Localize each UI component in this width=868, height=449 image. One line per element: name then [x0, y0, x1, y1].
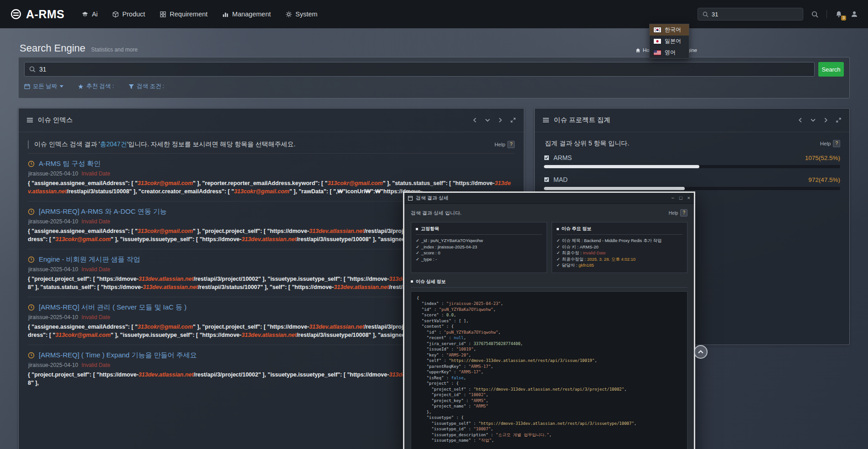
search-icon[interactable]	[811, 11, 818, 18]
brand-name: A-RMS	[26, 8, 64, 21]
chevron-down-icon[interactable]	[811, 118, 816, 123]
nav-item-product[interactable]: Product	[112, 10, 145, 18]
invalid-date-label: Invalid Date	[81, 314, 110, 320]
field-row: ✓최종수정일 : 2025. 3. 28. 오후 4:02:10	[557, 256, 683, 263]
chevron-right-icon[interactable]	[498, 118, 503, 123]
project-stats-controls	[798, 118, 841, 123]
nav-item-system[interactable]: System	[285, 10, 317, 18]
language-item-korean[interactable]: 한국어	[650, 24, 689, 36]
panel-title-text: 이슈 인덱스	[38, 116, 73, 124]
nav-item-management[interactable]: Management	[222, 10, 271, 18]
language-item-japanese[interactable]: 일본어	[650, 36, 689, 47]
invalid-date-label: Invalid Date	[81, 170, 110, 177]
suggested-search-label: 추천 검색 :	[86, 83, 114, 90]
project-link[interactable]: MAD	[544, 176, 568, 183]
field-value: 0	[438, 250, 440, 255]
suggested-search-filter[interactable]: 추천 검색 :	[78, 83, 114, 90]
help-question-icon: ?	[680, 209, 687, 217]
maximize-icon[interactable]: □	[679, 196, 682, 201]
navbar: A-RMS Ai Product Requirement Management …	[0, 0, 868, 28]
progress-fill	[544, 165, 699, 168]
search-detail-modal: 검색 결과 상세 − □ × 검색 결과 상세 입니다. Help ? 고정항	[403, 191, 695, 449]
search-input[interactable]	[39, 66, 810, 73]
brand[interactable]: A-RMS	[10, 8, 64, 21]
chevron-left-icon[interactable]	[798, 118, 803, 123]
scroll-to-top-button[interactable]	[694, 345, 708, 359]
result-count[interactable]: 총2047건	[100, 140, 127, 148]
nav-item-label: Requirement	[170, 10, 207, 18]
field-label: 최종수정 :	[562, 250, 583, 255]
nav-item-requirement[interactable]: Requirement	[160, 10, 207, 18]
issue-date: jiraissue-2025-04-10	[28, 218, 78, 225]
window-icon	[408, 196, 413, 201]
fixed-fields-box: 고정항목 ✓_id : puN_YZYBaKa7OYiqwohw ✓_index…	[411, 222, 547, 273]
help-label: Help	[820, 141, 831, 146]
close-icon[interactable]: ×	[687, 196, 690, 201]
issue-date: jiraissue-2025-04-10	[28, 362, 78, 368]
field-row: ✓이슈 키 : ARMS-20	[557, 244, 683, 250]
help-button[interactable]: Help ?	[820, 140, 840, 147]
issue-info-box: 이슈 주요 정보 ✓이슈 제목 : Backend - Middle Proxy…	[552, 222, 688, 273]
project-link[interactable]: ARMS	[544, 154, 572, 161]
chevron-left-icon[interactable]	[472, 118, 477, 123]
issue-detail-json[interactable]: { "index" : "jiraissue-2025-04-23", "id"…	[411, 291, 687, 449]
nav-item-ai[interactable]: Ai	[82, 10, 98, 18]
field-value: jiraissue-2025-04-23	[438, 244, 477, 249]
date-filter-dropdown[interactable]: 모든 날짜	[24, 83, 63, 90]
search-panel: Search 모든 날짜 추천 검색 : 검색 조건 :	[18, 57, 850, 98]
chevron-down-icon[interactable]	[485, 118, 490, 123]
user-icon[interactable]	[851, 10, 858, 18]
nav-item-label: Management	[232, 10, 271, 18]
help-label: Help	[669, 211, 678, 216]
search-condition-filter[interactable]: 검색 조건 :	[129, 83, 164, 90]
search-icon	[29, 66, 36, 72]
search-button[interactable]: Search	[818, 62, 844, 77]
field-row: ✓_score : 0	[416, 250, 542, 256]
korea-flag-icon	[654, 27, 661, 32]
box-title: 이슈 주요 정보	[562, 226, 592, 232]
help-button[interactable]: Help ?	[495, 141, 515, 148]
clock-icon	[28, 256, 35, 263]
us-flag-icon	[654, 50, 661, 55]
clock-icon	[28, 304, 35, 311]
issue-title-link[interactable]: A-RMS 팀 구성 확인	[28, 160, 515, 168]
modal-info-boxes: 고정항목 ✓_id : puN_YZYBaKa7OYiqwohw ✓_index…	[411, 222, 687, 273]
invalid-date-label: Invalid Date	[81, 218, 110, 225]
square-bullet-icon	[411, 280, 413, 283]
field-row: ✓최종수정 : Invalid Date	[557, 250, 683, 256]
field-row: ✓_index : jiraissue-2025-04-23	[416, 244, 542, 250]
field-label: _score :	[421, 250, 438, 255]
navbar-right: 3	[698, 8, 858, 21]
search-field[interactable]	[24, 62, 815, 77]
minimize-icon[interactable]: −	[671, 196, 674, 201]
chevron-right-icon[interactable]	[823, 118, 828, 123]
language-label: 일본어	[665, 37, 681, 45]
project-stats-title: 이슈 프로젝트 집계	[543, 116, 610, 124]
star-icon	[78, 84, 83, 89]
language-item-english[interactable]: 영어	[650, 47, 689, 58]
help-button[interactable]: Help ?	[669, 209, 687, 217]
issue-info-header: 이슈 주요 정보	[557, 226, 683, 235]
search-icon	[703, 11, 708, 17]
issue-index-title: 이슈 인덱스	[27, 116, 73, 124]
expand-icon[interactable]	[836, 118, 841, 123]
nav-item-label: Ai	[92, 10, 98, 18]
expand-icon[interactable]	[511, 118, 516, 123]
field-row: ✓_type : -	[416, 256, 542, 263]
field-label: _type :	[421, 257, 435, 262]
project-stats-summary: 집계 결과 상위 5 항목 입니다. Help ?	[544, 139, 840, 154]
notifications-button[interactable]: 3	[835, 10, 842, 18]
issue-date: jiraissue-2025-04-10	[28, 266, 78, 273]
navbar-search[interactable]	[698, 8, 803, 21]
clock-icon	[28, 208, 35, 215]
modal-titlebar[interactable]: 검색 결과 상세 − □ ×	[404, 193, 694, 204]
field-label: 이슈 제목 :	[562, 238, 584, 243]
stat-row-mad: MAD 972(47.5%)	[544, 176, 840, 190]
field-row: ✓_id : puN_YZYBaKa7OYiqwohw	[416, 237, 542, 244]
field-label: 이슈 키 :	[562, 244, 579, 249]
navbar-search-input[interactable]	[712, 11, 798, 18]
check-icon: ✓	[416, 250, 419, 255]
filter-icon	[129, 84, 134, 89]
field-label: _index :	[421, 244, 438, 249]
issue-title-text: A-RMS 팀 구성 확인	[39, 160, 101, 168]
